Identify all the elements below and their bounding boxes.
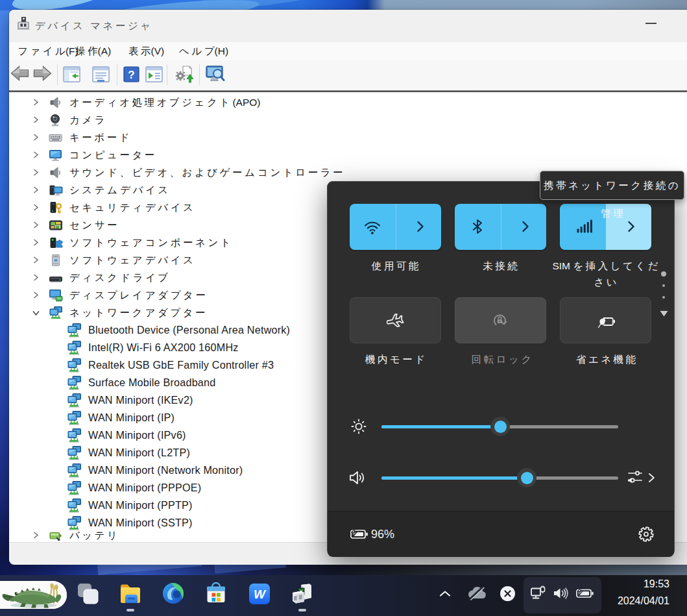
svg-text:?: ? — [128, 69, 134, 81]
svg-text:W: W — [254, 587, 267, 601]
